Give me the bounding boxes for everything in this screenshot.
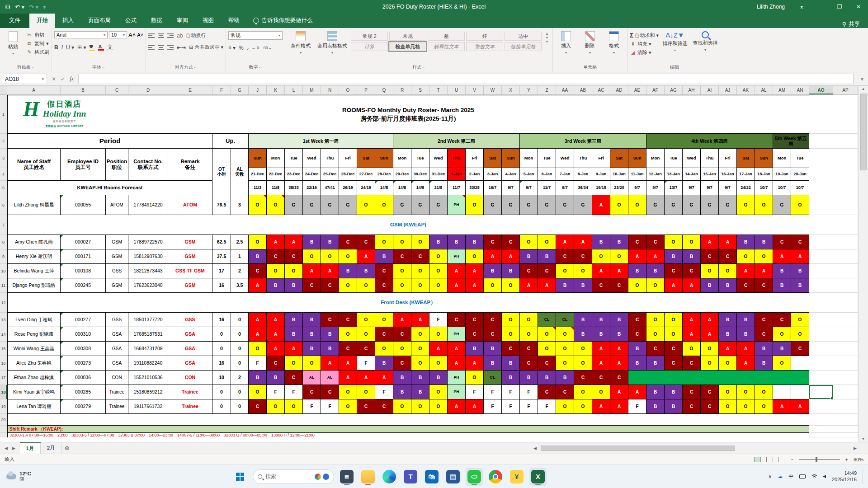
column-header-A[interactable]: A (7, 86, 61, 94)
horizontal-scrollbar[interactable]: ◀ ▶ (531, 444, 859, 452)
shift-cell-31-Dec[interactable]: F (429, 313, 448, 327)
shift-cell-25-Dec[interactable]: B (321, 235, 339, 249)
week-header-5[interactable]: 5th Week 第五周 (773, 134, 809, 149)
shift-cell-29-Dec[interactable]: O (393, 399, 411, 414)
shift-cell-22-Dec[interactable]: B (267, 371, 285, 385)
shift-cell-28-Dec[interactable]: C (375, 264, 393, 278)
staff-name[interactable]: Rose Peng 彭晓露 (7, 327, 61, 342)
conditional-formatting-button[interactable]: 条件格式▾ (288, 29, 314, 55)
shift-cell-5-Jan[interactable]: F (520, 399, 538, 414)
shift-cell-24-Dec[interactable]: G (303, 195, 321, 215)
forecast-16-Jan[interactable]: 9/7 (719, 181, 737, 195)
shift-cell-8-Jan[interactable]: C (574, 249, 592, 264)
shift-cell-14-Jan[interactable]: C (683, 264, 701, 278)
shift-cell-31-Dec[interactable]: O (429, 356, 448, 371)
shift-cell-31-Dec[interactable]: A (429, 342, 448, 356)
shift-cell-9-Jan[interactable]: B (592, 235, 610, 249)
staff-name[interactable]: Lilith Zhong 钟晨晨 (7, 195, 61, 215)
column-header-AD[interactable]: AD (610, 86, 628, 94)
shift-cell-23-Dec[interactable]: O (285, 356, 303, 371)
date-13-Jan[interactable]: 13-Jan (665, 168, 683, 181)
row-header-20[interactable]: 20 (0, 414, 7, 426)
shift-cell-19-Jan[interactable]: O (773, 356, 791, 371)
vertical-scrollbar[interactable]: ▲▼ (858, 86, 868, 442)
shift-cell-7-Jan[interactable]: O (556, 342, 574, 356)
shift-cell-19-Jan[interactable]: C (773, 235, 791, 249)
cancel-icon[interactable]: ✕ (52, 76, 56, 82)
shift-cell-1-Jan[interactable]: PH (448, 195, 466, 215)
shift-cell-16-Jan[interactable]: O (719, 385, 737, 399)
staff-contact[interactable]: 18501377720 (128, 313, 168, 327)
staff-remark[interactable]: GSM (168, 278, 212, 293)
day-name-8-Jan[interactable]: Thu (574, 149, 592, 168)
shift-cell-23-Dec[interactable]: A (285, 235, 303, 249)
date-17-Jan[interactable]: 17-Jan (737, 168, 755, 181)
empty-cell[interactable] (809, 293, 833, 313)
staff-ot[interactable]: 16 (212, 356, 231, 371)
staff-contact[interactable]: 17889722570 (128, 235, 168, 249)
column-header-B[interactable]: B (61, 86, 106, 94)
empty-cell[interactable] (833, 95, 858, 134)
shift-cell-9-Jan[interactable]: B (592, 327, 610, 342)
page-layout-view-icon[interactable] (766, 457, 773, 462)
shift-cell-4-Jan[interactable]: F (502, 399, 520, 414)
staff-position[interactable]: AFOM (106, 195, 128, 215)
shift-cell-15-Jan[interactable]: C (701, 385, 719, 399)
shift-cell-26-Dec[interactable]: O (339, 327, 357, 342)
formula-input[interactable] (78, 74, 854, 84)
shift-cell-7-Jan[interactable]: O (556, 399, 574, 414)
hscroll-thumb[interactable] (541, 446, 735, 451)
shift-cell-28-Dec[interactable]: F (375, 385, 393, 399)
column-header-AF[interactable]: AF (646, 86, 665, 94)
shift-cell-31-Dec[interactable]: O (429, 327, 448, 342)
merge-center-button[interactable]: ⊟ 合并后居中 ▾ (189, 44, 223, 51)
shift-cell-28-Dec[interactable]: O (375, 342, 393, 356)
forecast-5-Jan[interactable]: 9/7 (520, 181, 538, 195)
empty-cell[interactable] (833, 215, 858, 235)
shift-cell-13-Jan[interactable]: O (665, 313, 683, 327)
day-name-4-Jan[interactable]: Sun (502, 149, 520, 168)
shift-cell-8-Jan[interactable]: O (574, 264, 592, 278)
day-name-26-Dec[interactable]: Fri (339, 149, 357, 168)
day-name-31-Dec[interactable]: Wed (429, 149, 448, 168)
shift-cell-21-Dec[interactable]: B (249, 249, 267, 264)
date-15-Jan[interactable]: 15-Jan (701, 168, 719, 181)
forecast-20-Jan[interactable]: 10/7 (791, 181, 809, 195)
formula-bar-expand-icon[interactable]: ▾ (861, 76, 863, 82)
shift-cell-18-Jan[interactable]: B (755, 342, 773, 356)
shift-cell-29-Dec[interactable]: B (393, 371, 411, 385)
staff-remark[interactable]: GSA (168, 327, 212, 342)
shift-cell-18-Jan[interactable]: A (755, 264, 773, 278)
shift-cell-5-Jan[interactable]: O (520, 313, 538, 327)
shift-cell-5-Jan[interactable]: B (520, 249, 538, 264)
shift-cell-25-Dec[interactable]: C (321, 385, 339, 399)
shift-cell-14-Jan[interactable]: G (683, 195, 701, 215)
shift-cell-2-Jan[interactable]: B (466, 342, 484, 356)
shift-cell-25-Dec[interactable]: B (321, 327, 339, 342)
shift-cell-13-Jan[interactable]: C (665, 356, 683, 371)
staff-id[interactable]: 000279 (61, 399, 106, 414)
staff-ot[interactable]: 10 (212, 371, 231, 385)
shift-cell-17-Jan[interactable]: C (737, 278, 755, 293)
decrease-decimal-icon[interactable]: .00→ (262, 46, 272, 50)
staff-ot[interactable]: 62.5 (212, 235, 231, 249)
column-header-W[interactable]: W (484, 86, 502, 94)
shift-cell-30-Dec[interactable]: O (411, 235, 429, 249)
keyboard-icon[interactable] (799, 474, 806, 479)
shift-cell-12-Jan[interactable]: B (646, 385, 665, 399)
staff-name[interactable]: Alice Zhu 朱春艳 (7, 356, 61, 371)
shift-cell-19-Jan[interactable]: B (773, 264, 791, 278)
italic-icon[interactable]: I (61, 44, 63, 51)
accounting-format-icon[interactable]: ¤ ▾ (228, 45, 236, 51)
row-header-10[interactable]: 10 (0, 264, 7, 278)
shift-cell-1-Jan[interactable]: PH (448, 371, 466, 385)
shift-cell-7-Jan[interactable]: G (556, 195, 574, 215)
shift-cell-1-Jan[interactable]: A (448, 264, 466, 278)
shift-cell-25-Dec[interactable]: A (321, 356, 339, 371)
day-name-18-Jan[interactable]: Sun (755, 149, 773, 168)
empty-cell[interactable] (833, 327, 858, 342)
day-name-7-Jan[interactable]: Wed (556, 149, 574, 168)
vscroll-thumb[interactable] (860, 94, 867, 170)
forecast-6-Jan[interactable]: 11/7 (538, 181, 556, 195)
empty-row[interactable] (7, 414, 809, 426)
